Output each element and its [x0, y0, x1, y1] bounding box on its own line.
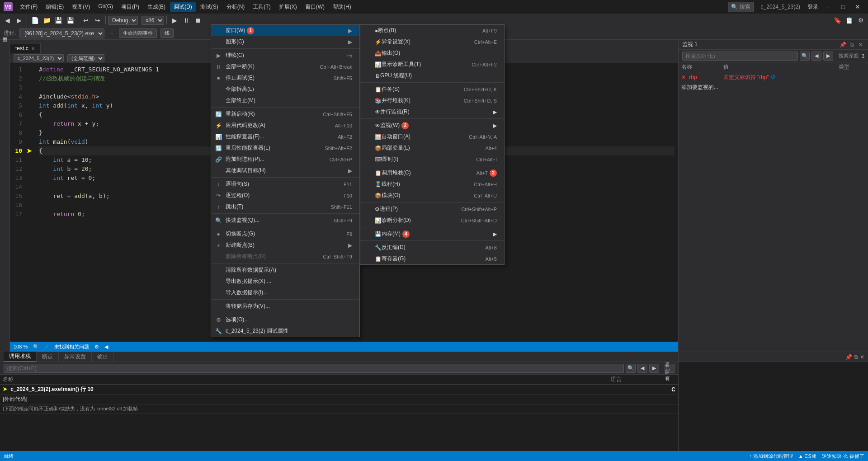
toolbar-right-3[interactable]: ⚙ — [855, 15, 866, 25]
menu-file[interactable]: 文件(F) — [16, 2, 41, 12]
menu-quickwatch-item[interactable]: 🔍 快速监视(Q)... Shift+F9 — [211, 215, 359, 226]
tab-callstack[interactable]: 调用堆栈 — [4, 352, 37, 362]
callstack-view-all[interactable]: 查看所有 — [665, 364, 675, 373]
menu-detachall-item[interactable]: 全部拆离(L) — [211, 84, 359, 95]
tab-breakpoints[interactable]: 断点 — [37, 352, 59, 362]
debug-config-select[interactable]: Debug — [108, 16, 138, 25]
menu-debug[interactable]: 调试(D) — [170, 2, 196, 12]
watch-nav-next[interactable]: ▶ — [823, 52, 833, 61]
menu-debugprops-item[interactable]: 🔧 c_2024_5_23(2) 调试属性 — [211, 325, 359, 337]
thread-btn[interactable]: 线 — [160, 28, 174, 38]
menu-othertarget-item[interactable]: 其他调试目标(H) ▶ — [211, 165, 359, 176]
watch-nav-prev[interactable]: ◀ — [811, 52, 821, 61]
sub-exception-item[interactable]: ⚡ 异常设置(X) Ctrl+Alt+E — [360, 36, 504, 47]
menu-togglebp-item[interactable]: ● 切换断点(G) F9 — [211, 228, 359, 240]
toolbar-forward[interactable]: ▶ — [14, 15, 24, 25]
sub-autowindow-item[interactable]: 🪟 自动窗口(A) Ctrl+Alt+V, A — [360, 131, 504, 142]
sub-threads-item[interactable]: 🧵 线程(H) Ctrl+Alt+H — [360, 179, 504, 190]
refresh-btn[interactable]: ↺ — [770, 73, 776, 80]
menu-exporttooltip-item[interactable]: 导出数据提示(X) ... — [211, 276, 359, 287]
sub-registers-item[interactable]: 📋 寄存器(G) Alt+5 — [360, 253, 504, 264]
tab-close-icon[interactable]: ✕ — [31, 46, 35, 51]
menu-applycode-item[interactable]: ⚡ 应用代码更改(A) Alt+F10 — [211, 120, 359, 131]
sub-gputhread-item[interactable]: 🖥 GPU 线程(U) — [360, 70, 504, 81]
menu-extensions[interactable]: 扩展(X) — [275, 2, 301, 12]
toolbar-btn-7[interactable]: ⏹ — [193, 15, 203, 25]
toolbar-save[interactable]: 💾 — [53, 15, 64, 25]
watch-pin-btn[interactable]: 📌 — [839, 41, 846, 48]
menu-options-item[interactable]: ⚙ 选项(O)... — [211, 314, 359, 325]
sub-callstack-item[interactable]: 📋 调用堆栈(C) Alt+7 3 — [360, 167, 504, 179]
sub-diagtools-item[interactable]: 📊 显示诊断工具(T) Ctrl+Alt+F2 — [360, 59, 504, 70]
watch-float-btn[interactable]: ⧉ — [848, 41, 855, 48]
menu-attachproc-item[interactable]: 🔗 附加到进程(P)... Ctrl+Alt+P — [211, 154, 359, 165]
menu-window-item[interactable]: 窗口(W) 1 ▶ — [211, 25, 359, 36]
menu-edit[interactable]: 编辑(E) — [42, 2, 67, 12]
source-control-btn[interactable]: ↑ 添加到源代码管理 — [749, 453, 793, 460]
menu-graphics-item[interactable]: 图形(C) ▶ — [211, 36, 359, 47]
menu-terminateall-item[interactable]: 全部终止(M) — [211, 95, 359, 106]
bottom-right-float[interactable]: ⧉ — [854, 354, 858, 360]
menu-project[interactable]: 项目(P) — [118, 2, 143, 12]
maximize-button[interactable]: □ — [836, 2, 850, 11]
close-button[interactable]: ✕ — [851, 2, 864, 11]
menu-breakall-item[interactable]: ⏸ 全部中断(K) Ctrl+Alt+Break — [211, 61, 359, 72]
sub-watch-item[interactable]: 👁 监视(W) 2 ▶ — [360, 120, 504, 131]
sub-parallelstack-item[interactable]: 📚 并行堆栈(K) Ctrl+Shift+D, S — [360, 95, 504, 106]
menu-window[interactable]: 窗口(W) — [302, 2, 328, 12]
callstack-nav-next[interactable]: ▶ — [649, 364, 659, 373]
toolbar-btn-5[interactable]: ▶ — [169, 15, 180, 25]
menu-profiler-item[interactable]: 📊 性能探查器(F)... Alt+F2 — [211, 131, 359, 142]
toolbar-undo[interactable]: ↩ — [80, 15, 91, 25]
sub-locals-item[interactable]: 📦 局部变量(L) Alt+4 — [360, 142, 504, 154]
toolbar-save-all[interactable]: 💾 — [65, 15, 75, 25]
toolbar-back[interactable]: ◀ — [2, 15, 13, 25]
toolbar-right-2[interactable]: 📋 — [844, 15, 854, 25]
menu-stepout-item[interactable]: ↑ 跳出(T) Shift+F11 — [211, 201, 359, 212]
menu-git[interactable]: Git(G) — [94, 2, 117, 12]
sub-tasks-item[interactable]: 📋 任务(S) Ctrl+Shift+D, K — [360, 84, 504, 95]
tab-output[interactable]: 输出 — [92, 352, 114, 362]
sidebar-disasm[interactable]: 反汇编 — [1, 42, 9, 50]
menu-newbp-item[interactable]: + 新建断点(B) ▶ — [211, 240, 359, 251]
sub-immediate-item[interactable]: ⌨ 即时(I) Ctrl+Alt+I — [360, 154, 504, 165]
settings-icon[interactable]: ⚙ — [94, 344, 99, 350]
scope-select[interactable]: c_2024_5_23(2) — [14, 54, 64, 62]
menu-test[interactable]: 测试(S) — [197, 2, 222, 12]
menu-stopdebug-item[interactable]: ■ 停止调试(E) Shift+F5 — [211, 72, 359, 84]
sub-output-item[interactable]: 📤 输出(O) — [360, 47, 504, 59]
editor-tab-testc[interactable]: test.c ✕ — [10, 43, 41, 53]
watch-search-icon[interactable]: 🔍 — [800, 52, 810, 61]
sub-breakpoints-item[interactable]: ● 断点(B) Alt+F9 — [360, 25, 504, 36]
menu-reprofiler-item[interactable]: 🔃 重启性能探查器(L) Shift+Alt+F2 — [211, 142, 359, 154]
process-select[interactable]: [96128] c_2024_5_23(2).exe — [19, 28, 104, 38]
menu-savedump-item[interactable]: 将转储另存为(V)... — [211, 301, 359, 312]
toolbar-btn-6[interactable]: ⏸ — [181, 15, 192, 25]
watch-close-btn[interactable]: ✕ — [857, 41, 864, 48]
menu-stepin-item[interactable]: ↓ 逐语句(S) F11 — [211, 179, 359, 190]
sub-parallelwatch-item[interactable]: 👁 并行监视(R) ▶ — [360, 106, 504, 118]
menu-cleartooltip-item[interactable]: 清除所有数据提示(A) — [211, 264, 359, 276]
callstack-nav-prev[interactable]: ◀ — [637, 364, 647, 373]
toolbar-new[interactable]: 📄 — [29, 15, 40, 25]
menu-help[interactable]: 帮助(H) — [329, 2, 355, 12]
menu-restart-item[interactable]: 🔄 重新启动(R) Ctrl+Shift+F5 — [211, 108, 359, 120]
sub-modules-item[interactable]: 📦 模块(O) Ctrl+Alt+U — [360, 190, 504, 201]
minimize-button[interactable]: ─ — [822, 2, 835, 11]
menu-build[interactable]: 生成(B) — [144, 2, 169, 12]
watch-search-input[interactable] — [682, 52, 798, 61]
menu-importtooltip-item[interactable]: 导入数据提示(I)... — [211, 287, 359, 298]
platform-select[interactable]: x86 — [142, 16, 164, 25]
bottom-right-close[interactable]: ✕ — [860, 354, 864, 360]
menu-tools[interactable]: 工具(T) — [249, 2, 274, 12]
menu-analyze[interactable]: 分析(N) — [223, 2, 249, 12]
login-label[interactable]: 登录 — [807, 3, 818, 11]
sub-diag-analysis-item[interactable]: 📊 诊断分析(D) Ctrl+Shift+Alt+D — [360, 215, 504, 226]
toolbar-redo[interactable]: ↪ — [92, 15, 103, 25]
toolbar-open[interactable]: 📁 — [41, 15, 52, 25]
callstack-search-input[interactable] — [4, 364, 624, 373]
cs-team-btn[interactable]: ▲ CS团 — [798, 453, 816, 460]
tab-exception[interactable]: 异常设置 — [59, 352, 92, 362]
sub-disasm-item[interactable]: 🔧 反汇编(D) Alt+8 — [360, 242, 504, 253]
sub-memory-item[interactable]: 💾 内存(M) 4 ▶ — [360, 228, 504, 240]
